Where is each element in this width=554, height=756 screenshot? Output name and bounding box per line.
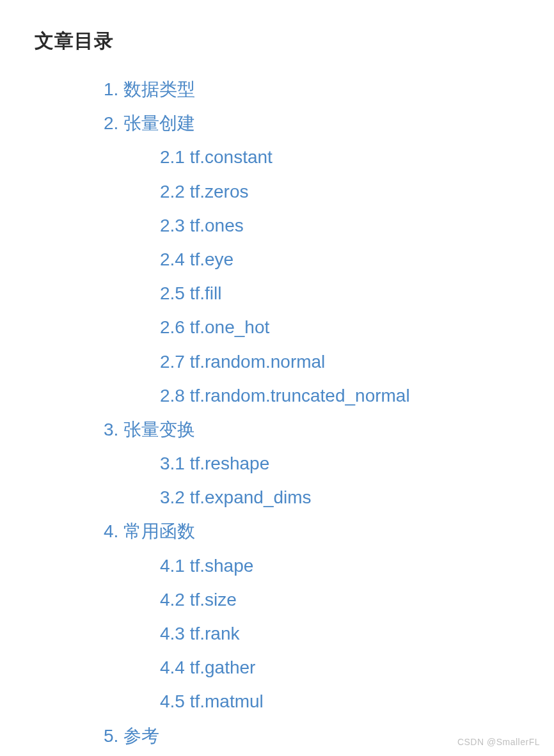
toc-link[interactable]: 4. 常用函数 bbox=[104, 521, 195, 541]
toc-link[interactable]: 4.2 tf.size bbox=[160, 590, 237, 610]
toc-item: 4.5 tf.matmul bbox=[35, 684, 519, 718]
toc-link[interactable]: 4.1 tf.shape bbox=[160, 556, 253, 576]
toc-item: 2.7 tf.random.normal bbox=[35, 345, 519, 379]
toc-item: 2.3 tf.ones bbox=[35, 209, 519, 242]
toc-item: 3. 张量变换 bbox=[35, 413, 519, 446]
toc-link[interactable]: 5. 参考 bbox=[104, 726, 159, 746]
toc-link[interactable]: 2. 张量创建 bbox=[104, 113, 195, 133]
toc-link[interactable]: 3.1 tf.reshape bbox=[160, 453, 269, 473]
toc-item: 1. 数据类型 bbox=[35, 72, 519, 106]
toc-link[interactable]: 4.5 tf.matmul bbox=[160, 691, 264, 711]
toc-item: 4.4 tf.gather bbox=[35, 650, 519, 684]
toc-item: 3.2 tf.expand_dims bbox=[35, 480, 519, 514]
toc-item: 4.3 tf.rank bbox=[35, 617, 519, 650]
toc-link[interactable]: 2.6 tf.one_hot bbox=[160, 317, 269, 337]
toc-link[interactable]: 2.4 tf.eye bbox=[160, 249, 233, 269]
toc-link[interactable]: 2.2 tf.zeros bbox=[160, 182, 249, 201]
toc-link[interactable]: 4.4 tf.gather bbox=[160, 658, 255, 677]
toc-item: 2.5 tf.fill bbox=[35, 276, 519, 310]
toc-link[interactable]: 3.2 tf.expand_dims bbox=[160, 487, 312, 507]
toc-link[interactable]: 1. 数据类型 bbox=[104, 79, 195, 99]
toc-link[interactable]: 2.5 tf.fill bbox=[160, 283, 221, 303]
toc-heading: 文章目录 bbox=[35, 28, 519, 54]
toc-item: 2. 张量创建 bbox=[35, 106, 519, 140]
toc-link[interactable]: 4.3 tf.rank bbox=[160, 624, 240, 643]
toc-item: 4. 常用函数 bbox=[35, 514, 519, 548]
toc-item: 4.1 tf.shape bbox=[35, 549, 519, 583]
toc-item: 2.8 tf.random.truncated_normal bbox=[35, 379, 519, 413]
toc-link[interactable]: 2.8 tf.random.truncated_normal bbox=[160, 386, 410, 406]
toc-link[interactable]: 3. 张量变换 bbox=[104, 420, 195, 439]
toc-item: 2.1 tf.constant bbox=[35, 140, 519, 174]
document-container: 文章目录 1. 数据类型 2. 张量创建 2.1 tf.constant 2.2… bbox=[0, 0, 554, 756]
toc-item: 2.6 tf.one_hot bbox=[35, 310, 519, 344]
toc-link[interactable]: 2.7 tf.random.normal bbox=[160, 352, 325, 372]
toc-list: 1. 数据类型 2. 张量创建 2.1 tf.constant 2.2 tf.z… bbox=[35, 72, 519, 753]
toc-item: 5. 参考 bbox=[35, 719, 519, 753]
toc-item: 3.1 tf.reshape bbox=[35, 446, 519, 480]
toc-item: 2.2 tf.zeros bbox=[35, 175, 519, 209]
toc-link[interactable]: 2.3 tf.ones bbox=[160, 216, 244, 235]
toc-item: 2.4 tf.eye bbox=[35, 242, 519, 276]
toc-item: 4.2 tf.size bbox=[35, 583, 519, 617]
watermark-text: CSDN @SmallerFL bbox=[457, 737, 540, 747]
toc-link[interactable]: 2.1 tf.constant bbox=[160, 147, 273, 167]
